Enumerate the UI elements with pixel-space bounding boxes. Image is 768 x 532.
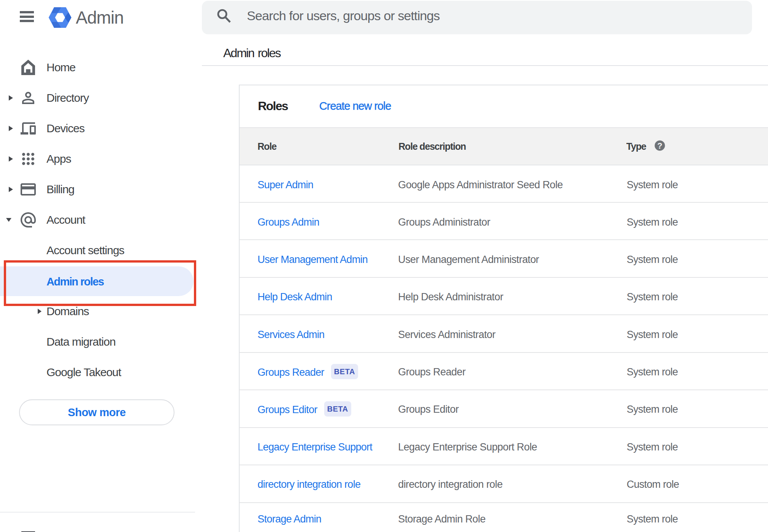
svg-text:?: ? bbox=[657, 141, 662, 151]
